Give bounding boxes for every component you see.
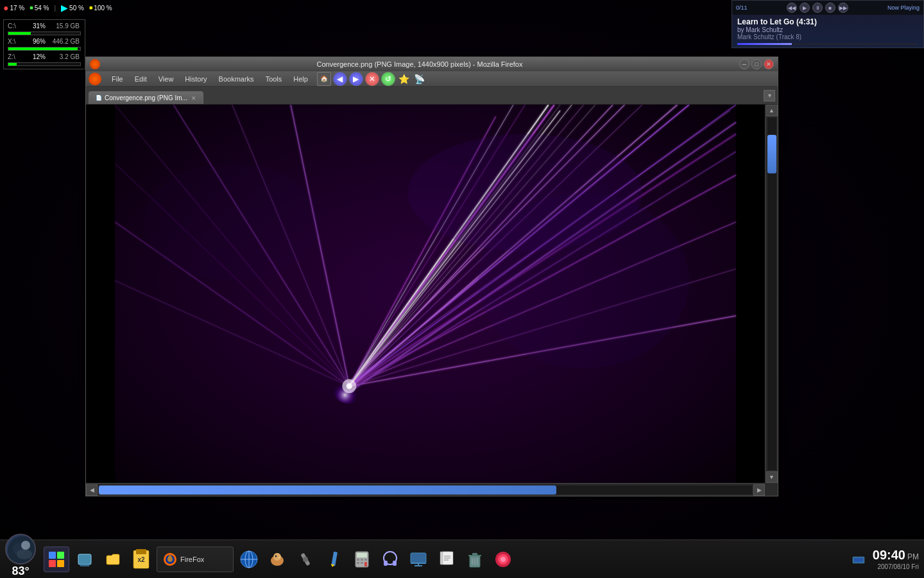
scroll-track-horizontal[interactable] (99, 486, 752, 495)
svg-rect-77 (411, 553, 426, 563)
menu-bookmarks[interactable]: Bookmarks (214, 74, 259, 84)
globe-icon (239, 549, 259, 570)
drive-z-row: Z:\ 12% 3.2 GB (8, 53, 81, 60)
menu-view[interactable]: View (153, 74, 179, 84)
calculator-button[interactable] (349, 547, 375, 572)
close-button[interactable]: ✕ (764, 59, 774, 69)
maximize-button[interactable]: □ (751, 59, 762, 69)
browser2-button[interactable] (236, 547, 262, 572)
menu-history[interactable]: History (180, 74, 212, 84)
stop-button[interactable]: ■ (825, 3, 835, 13)
svg-point-61 (275, 555, 277, 557)
drive-x-bar-container (8, 47, 81, 51)
drive-z-bar-container (8, 62, 81, 66)
window-title: Convergence.png (PNG Image, 924x578 pix… (104, 60, 735, 68)
scroll-thumb-vertical[interactable] (767, 135, 776, 173)
horizontal-scrollbar[interactable]: ◀ ▶ (86, 483, 765, 496)
drive-c-row: C:\ 31% 15.9 GB (8, 22, 81, 30)
svg-point-39 (144, 163, 320, 281)
trash-button[interactable] (462, 547, 488, 572)
drive-z-pct: 12% (28, 53, 46, 60)
bird-icon (267, 549, 287, 570)
drive-z-size: 3.2 GB (47, 53, 80, 60)
menubar: File Edit View History Bookmarks Tools H… (86, 71, 778, 87)
firefox-taskbar-button[interactable]: FireFox (157, 547, 234, 572)
stop-button[interactable]: ✕ (365, 72, 379, 86)
start-button[interactable] (44, 547, 69, 572)
scroll-left-arrow[interactable]: ◀ (86, 484, 98, 496)
clock-widget: 09:40 PM 2007/08/10 Fri (873, 548, 919, 570)
menu-tools[interactable]: Tools (261, 74, 287, 84)
cpu4-group: ■ 100 % (89, 4, 112, 12)
pause-button[interactable]: ⏸ (812, 3, 823, 13)
windows-logo-icon (47, 550, 65, 568)
tab-scroll-button[interactable]: ▾ (764, 90, 775, 101)
titlebar: Convergence.png (PNG Image, 924x578 pix… (86, 57, 778, 71)
refresh-button[interactable]: ↺ (381, 72, 395, 86)
tab-close-button[interactable]: ✕ (191, 95, 196, 101)
menu-edit[interactable]: Edit (130, 74, 152, 84)
svg-point-63 (303, 557, 308, 562)
bookmark-star-icon[interactable]: ⭐ (398, 74, 409, 84)
scroll-track-vertical[interactable] (767, 118, 776, 470)
weather-svg (6, 535, 36, 565)
music-progress-bar[interactable] (737, 43, 918, 45)
titlebar-buttons[interactable]: ─ □ ✕ (739, 59, 774, 69)
menu-help[interactable]: Help (288, 74, 313, 84)
forward-button[interactable]: ▶ (349, 72, 363, 86)
minimize-button[interactable]: ─ (739, 59, 749, 69)
svg-rect-88 (472, 553, 477, 556)
tab-label: Convergence.png (PNG Im... (105, 94, 187, 101)
show-desktop-button[interactable] (72, 547, 98, 572)
music-controls[interactable]: ◀◀ ▶ ⏸ ■ ▶▶ (787, 3, 848, 13)
color-button[interactable] (490, 547, 516, 572)
clipboard-button[interactable]: x2 (128, 547, 154, 572)
scroll-right-arrow[interactable]: ▶ (753, 484, 765, 496)
play-button[interactable]: ▶ (800, 3, 810, 13)
tools-button[interactable] (293, 547, 318, 572)
network-tray-svg (852, 554, 865, 565)
weather-temp: 83° (12, 565, 29, 578)
svg-point-38 (478, 193, 689, 369)
bird-icon-button[interactable] (264, 547, 290, 572)
svg-rect-67 (357, 553, 367, 557)
svg-text:x2: x2 (137, 556, 145, 563)
scroll-down-arrow[interactable]: ▼ (766, 471, 778, 483)
music-info: Learn to Let Go (4:31) by Mark Schultz M… (732, 15, 923, 43)
music-track-num: 0/11 (736, 4, 748, 11)
scroll-thumb-horizontal[interactable] (99, 486, 556, 495)
network-tray-icon[interactable] (852, 554, 865, 565)
files-icon (436, 549, 457, 570)
drive-x-row: X:\ 96% 446.2 GB (8, 38, 81, 45)
menu-file[interactable]: File (107, 74, 128, 84)
drive-x-size: 446.2 GB (47, 38, 80, 45)
svg-rect-71 (357, 562, 359, 564)
network-button[interactable] (406, 547, 431, 572)
weather-icon (5, 534, 36, 565)
headphones-button[interactable] (377, 547, 403, 572)
back-button[interactable]: ◀ (333, 72, 347, 86)
prev-button[interactable]: ◀◀ (787, 3, 797, 13)
scroll-up-arrow[interactable]: ▲ (766, 105, 778, 116)
pencil-button[interactable] (321, 547, 346, 572)
color-icon (493, 549, 513, 570)
active-tab[interactable]: 📄 Convergence.png (PNG Im... ✕ (89, 91, 203, 104)
cpu2-percent: 54 % (35, 4, 49, 12)
next-button[interactable]: ▶▶ (838, 3, 848, 13)
headphones-icon (380, 549, 400, 570)
system-tray (852, 554, 865, 565)
drive-x-label: X:\ (8, 38, 26, 45)
svg-rect-75 (384, 561, 388, 566)
vertical-scrollbar[interactable]: ▲ ▼ (765, 105, 778, 483)
home-button[interactable]: 🏠 (317, 72, 331, 86)
svg-point-42 (17, 549, 32, 559)
wrench-icon (295, 549, 316, 570)
music-title: Learn to Let Go (4:31) (737, 17, 918, 26)
taskbar: 83° Indianapolis (0, 539, 924, 578)
rss-icon[interactable]: 📡 (414, 74, 425, 84)
clipboard-icon: x2 (130, 548, 153, 571)
drive-c-bar (8, 32, 31, 35)
file-manager-button[interactable] (100, 547, 126, 572)
clock-date: 2007/08/10 Fri (878, 563, 920, 570)
files-button[interactable] (434, 547, 459, 572)
